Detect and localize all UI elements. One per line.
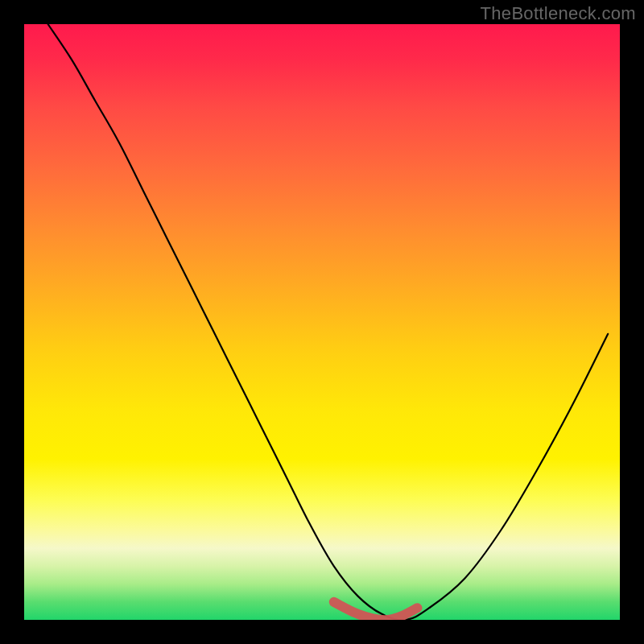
bottleneck-curve <box>48 24 609 620</box>
chart-frame: TheBottleneck.com <box>0 0 644 644</box>
watermark-text: TheBottleneck.com <box>481 3 636 24</box>
curve-svg <box>24 24 620 620</box>
plot-area <box>24 24 620 620</box>
